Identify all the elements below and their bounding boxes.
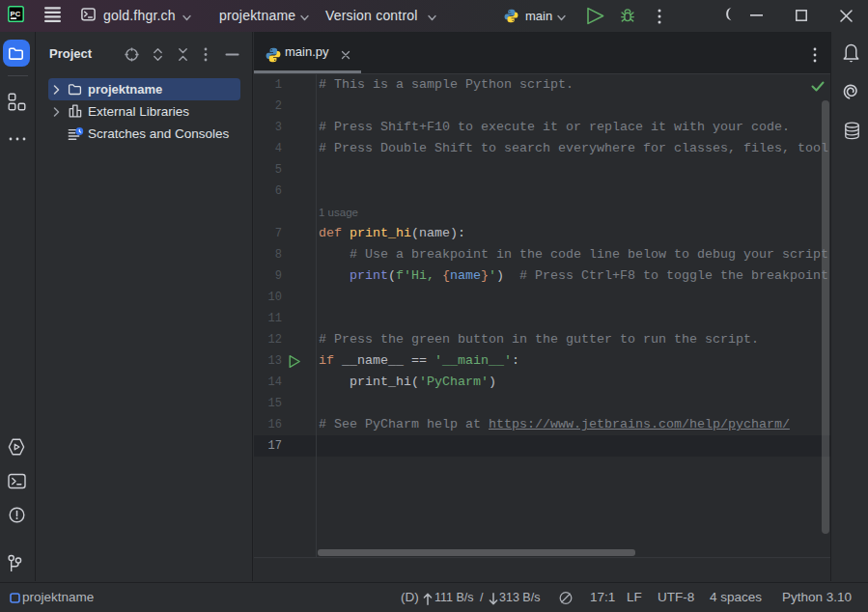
svg-text:PC: PC	[11, 10, 21, 18]
